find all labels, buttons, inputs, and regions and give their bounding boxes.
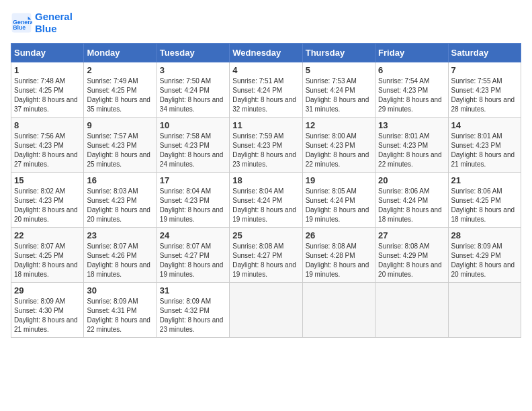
day-info: Sunrise: 8:00 AM Sunset: 4:23 PM Dayligh… — [306, 132, 372, 169]
day-number: 5 — [306, 65, 372, 75]
calendar-day-cell: 13 Sunrise: 8:01 AM Sunset: 4:23 PM Dayl… — [375, 118, 448, 173]
day-number: 2 — [87, 65, 153, 75]
calendar-day-cell: 17 Sunrise: 8:04 AM Sunset: 4:23 PM Dayl… — [157, 173, 229, 228]
weekday-header: Sunday — [11, 44, 84, 62]
calendar-day-cell: 18 Sunrise: 8:04 AM Sunset: 4:24 PM Dayl… — [230, 173, 302, 228]
logo-text: General — [35, 11, 73, 23]
calendar-day-cell: 29 Sunrise: 8:09 AM Sunset: 4:30 PM Dayl… — [11, 283, 84, 338]
day-info: Sunrise: 7:57 AM Sunset: 4:23 PM Dayligh… — [87, 132, 153, 169]
day-info: Sunrise: 7:58 AM Sunset: 4:23 PM Dayligh… — [160, 132, 226, 169]
day-number: 19 — [306, 175, 372, 185]
calendar-day-cell: 8 Sunrise: 7:56 AM Sunset: 4:23 PM Dayli… — [11, 118, 84, 173]
day-info: Sunrise: 8:04 AM Sunset: 4:23 PM Dayligh… — [160, 187, 226, 224]
day-number: 20 — [378, 175, 445, 185]
day-info: Sunrise: 8:06 AM Sunset: 4:25 PM Dayligh… — [451, 187, 518, 224]
day-info: Sunrise: 7:49 AM Sunset: 4:25 PM Dayligh… — [87, 77, 153, 114]
calendar-day-cell: 9 Sunrise: 7:57 AM Sunset: 4:23 PM Dayli… — [84, 118, 157, 173]
calendar-day-cell — [375, 283, 448, 338]
day-info: Sunrise: 7:55 AM Sunset: 4:23 PM Dayligh… — [451, 77, 518, 114]
day-number: 11 — [232, 120, 299, 130]
day-info: Sunrise: 8:08 AM Sunset: 4:28 PM Dayligh… — [306, 242, 372, 279]
page-header: General Blue General Blue — [11, 11, 521, 35]
day-number: 22 — [14, 230, 81, 240]
day-info: Sunrise: 7:50 AM Sunset: 4:24 PM Dayligh… — [160, 77, 226, 114]
day-number: 1 — [14, 65, 81, 75]
day-info: Sunrise: 7:56 AM Sunset: 4:23 PM Dayligh… — [14, 132, 81, 169]
calendar-day-cell: 19 Sunrise: 8:05 AM Sunset: 4:24 PM Dayl… — [302, 173, 375, 228]
day-number: 12 — [306, 120, 372, 130]
calendar-day-cell: 1 Sunrise: 7:48 AM Sunset: 4:25 PM Dayli… — [11, 62, 84, 118]
calendar-day-cell: 20 Sunrise: 8:06 AM Sunset: 4:24 PM Dayl… — [375, 173, 448, 228]
day-info: Sunrise: 8:07 AM Sunset: 4:25 PM Dayligh… — [14, 242, 81, 279]
calendar-day-cell: 4 Sunrise: 7:51 AM Sunset: 4:24 PM Dayli… — [230, 62, 302, 118]
day-number: 3 — [160, 65, 226, 75]
weekday-header: Thursday — [302, 44, 375, 62]
day-info: Sunrise: 8:07 AM Sunset: 4:26 PM Dayligh… — [87, 242, 153, 279]
calendar-day-cell: 15 Sunrise: 8:02 AM Sunset: 4:23 PM Dayl… — [11, 173, 84, 228]
day-info: Sunrise: 8:09 AM Sunset: 4:32 PM Dayligh… — [160, 297, 226, 334]
calendar-week-row: 1 Sunrise: 7:48 AM Sunset: 4:25 PM Dayli… — [11, 62, 521, 118]
day-info: Sunrise: 8:06 AM Sunset: 4:24 PM Dayligh… — [378, 187, 445, 224]
calendar-day-cell: 27 Sunrise: 8:08 AM Sunset: 4:29 PM Dayl… — [375, 228, 448, 283]
day-number: 26 — [306, 230, 372, 240]
calendar-day-cell: 11 Sunrise: 7:59 AM Sunset: 4:23 PM Dayl… — [230, 118, 302, 173]
day-number: 8 — [14, 120, 81, 130]
logo: General Blue General Blue — [11, 11, 73, 35]
day-info: Sunrise: 7:54 AM Sunset: 4:23 PM Dayligh… — [378, 77, 445, 114]
calendar-day-cell — [230, 283, 302, 338]
calendar-day-cell: 6 Sunrise: 7:54 AM Sunset: 4:23 PM Dayli… — [375, 62, 448, 118]
calendar-week-row: 22 Sunrise: 8:07 AM Sunset: 4:25 PM Dayl… — [11, 228, 521, 283]
day-number: 18 — [232, 175, 299, 185]
day-info: Sunrise: 7:53 AM Sunset: 4:24 PM Dayligh… — [306, 77, 372, 114]
calendar-day-cell: 16 Sunrise: 8:03 AM Sunset: 4:23 PM Dayl… — [84, 173, 157, 228]
calendar-week-row: 29 Sunrise: 8:09 AM Sunset: 4:30 PM Dayl… — [11, 283, 521, 338]
weekday-header: Saturday — [448, 44, 521, 62]
weekday-header: Wednesday — [230, 44, 302, 62]
day-number: 9 — [87, 120, 153, 130]
day-info: Sunrise: 7:48 AM Sunset: 4:25 PM Dayligh… — [14, 77, 81, 114]
logo-text2: Blue — [35, 23, 73, 35]
day-info: Sunrise: 8:02 AM Sunset: 4:23 PM Dayligh… — [14, 187, 81, 224]
calendar-day-cell: 25 Sunrise: 8:08 AM Sunset: 4:27 PM Dayl… — [230, 228, 302, 283]
day-number: 21 — [451, 175, 518, 185]
day-number: 7 — [451, 65, 518, 75]
calendar-day-cell: 14 Sunrise: 8:01 AM Sunset: 4:23 PM Dayl… — [448, 118, 521, 173]
calendar-day-cell: 24 Sunrise: 8:07 AM Sunset: 4:27 PM Dayl… — [157, 228, 229, 283]
day-number: 29 — [14, 285, 81, 295]
calendar-day-cell: 21 Sunrise: 8:06 AM Sunset: 4:25 PM Dayl… — [448, 173, 521, 228]
weekday-header: Friday — [375, 44, 448, 62]
calendar-day-cell: 5 Sunrise: 7:53 AM Sunset: 4:24 PM Dayli… — [302, 62, 375, 118]
day-info: Sunrise: 8:07 AM Sunset: 4:27 PM Dayligh… — [160, 242, 226, 279]
day-number: 24 — [160, 230, 226, 240]
day-number: 25 — [232, 230, 299, 240]
calendar-table: SundayMondayTuesdayWednesdayThursdayFrid… — [11, 43, 521, 338]
day-number: 14 — [451, 120, 518, 130]
day-number: 17 — [160, 175, 226, 185]
calendar-day-cell: 7 Sunrise: 7:55 AM Sunset: 4:23 PM Dayli… — [448, 62, 521, 118]
calendar-week-row: 8 Sunrise: 7:56 AM Sunset: 4:23 PM Dayli… — [11, 118, 521, 173]
calendar-day-cell: 28 Sunrise: 8:09 AM Sunset: 4:29 PM Dayl… — [448, 228, 521, 283]
day-info: Sunrise: 8:08 AM Sunset: 4:27 PM Dayligh… — [232, 242, 299, 279]
logo-icon: General Blue — [11, 12, 32, 34]
day-number: 28 — [451, 230, 518, 240]
day-info: Sunrise: 8:04 AM Sunset: 4:24 PM Dayligh… — [232, 187, 299, 224]
day-number: 4 — [232, 65, 299, 75]
day-info: Sunrise: 7:51 AM Sunset: 4:24 PM Dayligh… — [232, 77, 299, 114]
calendar-day-cell — [448, 283, 521, 338]
day-number: 31 — [160, 285, 226, 295]
calendar-header-row: SundayMondayTuesdayWednesdayThursdayFrid… — [11, 44, 521, 62]
weekday-header: Tuesday — [157, 44, 229, 62]
day-number: 13 — [378, 120, 445, 130]
day-info: Sunrise: 8:09 AM Sunset: 4:30 PM Dayligh… — [14, 297, 81, 334]
calendar-day-cell: 3 Sunrise: 7:50 AM Sunset: 4:24 PM Dayli… — [157, 62, 229, 118]
calendar-day-cell: 31 Sunrise: 8:09 AM Sunset: 4:32 PM Dayl… — [157, 283, 229, 338]
day-info: Sunrise: 8:09 AM Sunset: 4:31 PM Dayligh… — [87, 297, 153, 334]
svg-text:Blue: Blue — [13, 24, 26, 31]
calendar-day-cell: 30 Sunrise: 8:09 AM Sunset: 4:31 PM Dayl… — [84, 283, 157, 338]
day-number: 15 — [14, 175, 81, 185]
day-number: 10 — [160, 120, 226, 130]
calendar-day-cell: 10 Sunrise: 7:58 AM Sunset: 4:23 PM Dayl… — [157, 118, 229, 173]
day-info: Sunrise: 8:09 AM Sunset: 4:29 PM Dayligh… — [451, 242, 518, 279]
calendar-day-cell: 2 Sunrise: 7:49 AM Sunset: 4:25 PM Dayli… — [84, 62, 157, 118]
day-info: Sunrise: 8:01 AM Sunset: 4:23 PM Dayligh… — [378, 132, 445, 169]
